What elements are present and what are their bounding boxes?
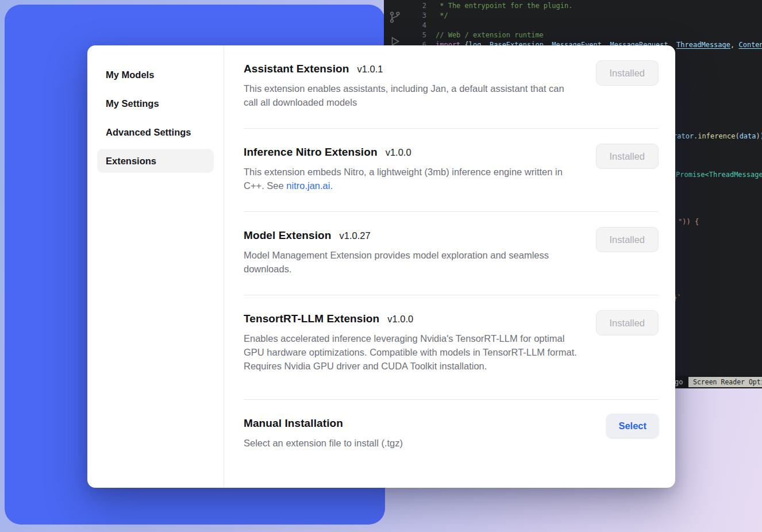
sidebar-item-my-models[interactable]: My Models — [97, 63, 214, 87]
manual-installation-title: Manual Installation — [244, 417, 343, 430]
extension-description: This extension enables assistants, inclu… — [244, 82, 578, 109]
extensions-panel: Assistant Extension v1.0.1 This extensio… — [224, 45, 675, 488]
nitro-jan-ai-link[interactable]: nitro.jan.ai. — [286, 180, 333, 191]
code-text: * The entrypoint for the plugin. — [436, 1, 572, 11]
installed-button[interactable]: Installed — [596, 310, 659, 336]
code-line: 5 // Web / extension runtime — [384, 30, 762, 40]
extension-version: v1.0.1 — [357, 64, 383, 75]
line-number: 5 — [384, 30, 436, 40]
extension-version: v1.0.0 — [387, 314, 413, 325]
extension-description: Enables accelerated inference leveraging… — [244, 331, 578, 373]
code-lines: 2 * The entrypoint for the plugin. 3 */ … — [384, 1, 762, 50]
extension-name: Assistant Extension — [244, 63, 349, 75]
screen-reader-badge: Screen Reader Optimized — [688, 377, 762, 387]
manual-installation-description: Select an extension file to install (.tg… — [244, 436, 578, 450]
extension-row-tensorrt: TensortRT-LLM Extension v1.0.0 Enables a… — [244, 295, 659, 400]
settings-sidebar: My Models My Settings Advanced Settings … — [87, 45, 224, 488]
line-number: 4 — [384, 21, 436, 30]
code-text: // Web / extension runtime — [436, 30, 544, 40]
code-fragment-inference: rator.inference(data)); — [673, 132, 762, 140]
extension-description: Model Management Extension provides mode… — [244, 248, 578, 276]
code-line: 4 — [384, 21, 762, 30]
installed-button[interactable]: Installed — [596, 227, 659, 252]
extension-version: v1.0.27 — [339, 230, 370, 241]
settings-modal: My Models My Settings Advanced Settings … — [87, 45, 675, 488]
extension-description: This extension embeds Nitro, a lightweig… — [244, 165, 578, 192]
select-file-button[interactable]: Select — [606, 414, 659, 438]
code-text: */ — [436, 11, 448, 21]
extension-name: TensortRT-LLM Extension — [244, 313, 379, 325]
code-fragment-promise: Promise<ThreadMessage> — [676, 171, 762, 179]
extension-row-model: Model Extension v1.0.27 Model Management… — [244, 212, 659, 295]
extension-name: Model Extension — [244, 229, 331, 242]
sidebar-item-my-settings[interactable]: My Settings — [97, 91, 214, 115]
sidebar-item-extensions[interactable]: Extensions — [97, 149, 214, 173]
code-line: 3 */ — [384, 11, 762, 21]
extension-version: v1.0.0 — [386, 147, 411, 158]
installed-button[interactable]: Installed — [596, 144, 659, 169]
status-language: go — [675, 378, 683, 386]
extension-title-row: Manual Installation — [244, 417, 659, 430]
code-fragment-string: ")) { — [678, 218, 699, 226]
extension-name: Inference Nitro Extension — [244, 146, 378, 159]
sidebar-item-advanced-settings[interactable]: Advanced Settings — [97, 120, 214, 144]
manual-installation-row: Manual Installation Select an extension … — [244, 400, 659, 469]
extension-row-nitro: Inference Nitro Extension v1.0.0 This ex… — [244, 129, 659, 212]
line-number: 3 — [384, 11, 436, 21]
installed-button[interactable]: Installed — [596, 60, 659, 86]
code-line: 2 * The entrypoint for the plugin. — [384, 1, 762, 11]
line-number: 2 — [384, 1, 436, 11]
extension-row-assistant: Assistant Extension v1.0.1 This extensio… — [244, 45, 659, 129]
